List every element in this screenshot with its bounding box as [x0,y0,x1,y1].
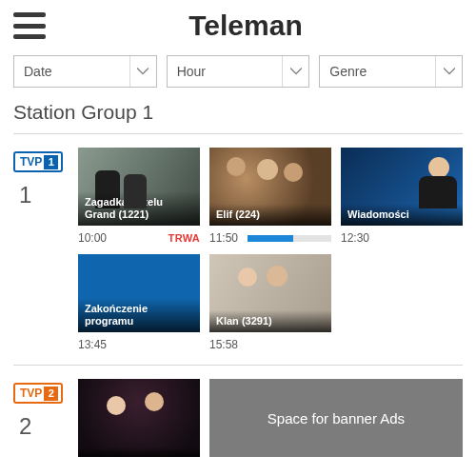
program-time: 10:00 [78,231,107,245]
program-card[interactable]: Zagadka Hotelu Grand (1221) 10:00 TRWA [78,148,200,245]
program-thumbnail: Zagadka Hotelu Grand (1221) [78,148,200,226]
program-title: Zagadka Hotelu Grand (1221) [78,191,200,226]
date-select-label: Date [24,64,52,79]
program-title [78,447,200,457]
program-card[interactable]: Zakończenie programu 13:45 [78,254,200,351]
hour-select[interactable]: Hour [167,55,310,88]
chevron-down-icon [282,56,308,87]
program-card[interactable]: Wiadomości 12:30 [341,148,463,245]
program-card[interactable] [78,379,200,457]
program-thumbnail: Wiadomości [341,148,463,226]
genre-select-label: Genre [329,64,367,79]
station-row: TVP 1 1 Zagadka Hotelu Grand (1221) 10:0… [0,134,476,351]
station-group-title: Station Group 1 [0,95,476,133]
program-thumbnail: Klan (3291) [209,254,331,332]
program-time: 12:30 [341,231,369,245]
app-title: Teleman [29,10,463,42]
ad-banner[interactable]: Space for banner Ads [209,379,463,457]
logo-text: TVP [20,156,42,168]
logo-badge: 2 [44,387,58,401]
date-select[interactable]: Date [13,55,157,88]
genre-select[interactable]: Genre [319,55,463,88]
station-number: 1 [13,182,31,208]
program-time: 15:58 [209,338,238,351]
station-logo-tvp2[interactable]: TVP 2 [13,383,63,404]
program-card[interactable]: Klan (3291) 15:58 [209,254,331,351]
program-time: 13:45 [78,338,107,351]
chevron-down-icon [129,56,156,87]
program-thumbnail: Zakończenie programu [78,254,200,332]
program-title: Klan (3291) [209,310,331,332]
program-title: Zakończenie programu [78,298,200,332]
station-logo-tvp1[interactable]: TVP 1 [13,151,63,172]
station-number: 2 [13,413,31,440]
chevron-down-icon [435,56,462,87]
program-title: Elif (224) [209,204,331,226]
program-thumbnail: Elif (224) [209,148,331,226]
logo-text: TVP [20,387,42,399]
program-title: Wiadomości [341,204,463,226]
hour-select-label: Hour [177,64,206,79]
program-time: 11:50 [209,231,238,245]
logo-badge: 1 [44,155,58,169]
program-card[interactable]: Elif (224) 11:50 [209,148,331,245]
progress-bar [248,235,331,242]
live-badge: TRWA [169,232,200,244]
station-row: TVP 2 2 Space for banner Ads [0,366,476,457]
program-thumbnail [78,379,200,457]
